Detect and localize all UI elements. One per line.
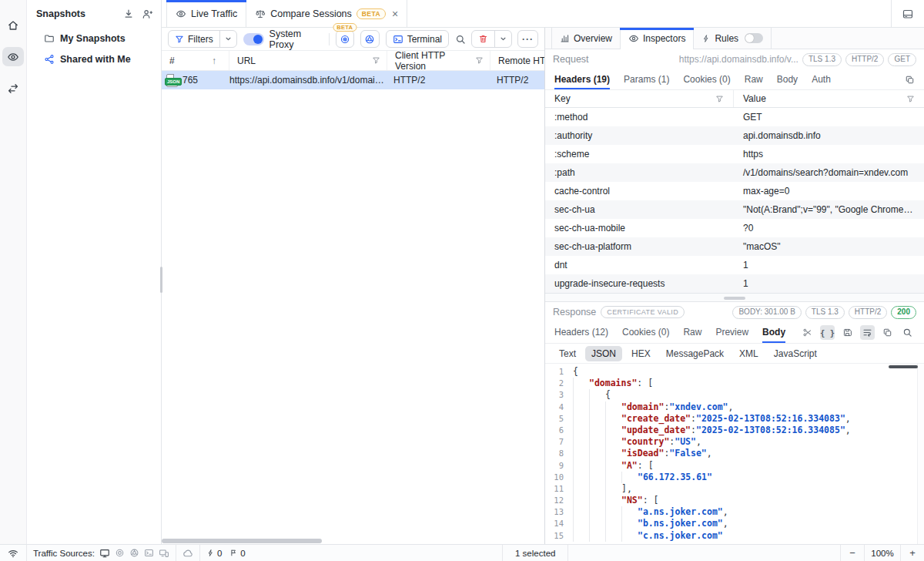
more-icon: ···: [522, 34, 534, 45]
download-icon[interactable]: [123, 8, 134, 20]
toggle-panel-button[interactable]: [891, 0, 924, 27]
folder-icon: [44, 33, 55, 44]
tab-body[interactable]: Body: [777, 69, 798, 89]
display-icon[interactable]: [99, 548, 110, 559]
column-header-remote-http[interactable]: Remote HTTP: [490, 51, 544, 70]
pane-resize-handle[interactable]: [160, 267, 162, 293]
zoom-out-button[interactable]: −: [841, 545, 864, 561]
header-value: 1: [734, 256, 924, 274]
tab-headers-12[interactable]: Headers (12): [554, 322, 608, 343]
tab-cookies-0[interactable]: Cookies (0): [683, 69, 730, 89]
header-row-upgrade-insecure-requests[interactable]: upgrade-insecure-requests1: [545, 274, 924, 293]
cloud-button[interactable]: [176, 545, 199, 561]
target-icon[interactable]: [115, 548, 125, 558]
tab-body[interactable]: Body: [762, 322, 785, 343]
blocked-count[interactable]: 0: [200, 545, 228, 561]
browser-button[interactable]: [360, 30, 380, 48]
sidebar-item-my-snapshots[interactable]: My Snapshots: [27, 28, 161, 49]
column-header-client-http[interactable]: Client HTTP Version: [387, 51, 490, 70]
clear-dropdown[interactable]: [494, 31, 511, 47]
filters-dropdown[interactable]: [219, 31, 236, 47]
header-row-dnt[interactable]: dnt1: [545, 256, 924, 274]
tab-messagepack[interactable]: MessagePack: [660, 346, 730, 361]
header-row-sec-ch-ua-mobile[interactable]: sec-ch-ua-mobile?0: [545, 219, 924, 237]
header-row-cache-control[interactable]: cache-controlmax-age=0: [545, 182, 924, 200]
copy-icon[interactable]: [905, 75, 915, 85]
drag-handle[interactable]: [724, 297, 745, 300]
header-row-method[interactable]: :methodGET: [545, 108, 924, 126]
wrap-text-icon[interactable]: [860, 325, 875, 340]
json-body-viewer[interactable]: 1{2"domains": [3{4"domain": "xndev.com",…: [545, 364, 924, 544]
more-options-button[interactable]: ···: [517, 30, 538, 48]
scissors-icon[interactable]: [800, 325, 815, 340]
vertical-scrollbar[interactable]: [917, 364, 924, 544]
traffic-sources-label: Traffic Sources:: [33, 549, 95, 558]
tab-raw[interactable]: Raw: [745, 69, 763, 89]
scrollbar-thumb[interactable]: [889, 365, 918, 368]
header-row-authority[interactable]: :authorityapi.domainsdb.info: [545, 126, 924, 145]
tab-cookies-0[interactable]: Cookies (0): [622, 322, 669, 343]
column-header-url[interactable]: URL: [229, 51, 387, 70]
globe-icon[interactable]: [129, 548, 139, 558]
record-target-button[interactable]: BETA: [336, 30, 355, 48]
funnel-icon[interactable]: [475, 56, 484, 65]
scrollbar-thumb[interactable]: [162, 539, 322, 543]
tab-inspectors[interactable]: Inspectors: [621, 28, 694, 49]
terminal-icon[interactable]: [144, 548, 154, 558]
system-proxy-toggle[interactable]: [243, 33, 264, 45]
save-icon[interactable]: [840, 325, 855, 340]
close-icon[interactable]: ×: [392, 8, 398, 20]
home-button[interactable]: [2, 15, 24, 35]
inspect-button[interactable]: [2, 47, 24, 66]
tab-headers-19[interactable]: Headers (19): [554, 69, 610, 89]
search-icon[interactable]: [455, 34, 466, 45]
search-icon[interactable]: [900, 325, 915, 340]
clear-button[interactable]: [471, 30, 512, 48]
filters-button[interactable]: Filters: [168, 30, 237, 48]
zoom-in-button[interactable]: +: [901, 545, 924, 561]
copy-icon[interactable]: [880, 325, 895, 340]
braces-icon[interactable]: { }: [820, 325, 835, 340]
table-row-selected[interactable]: JSON 765 https://api.domainsdb.info/v1/d…: [162, 71, 544, 89]
header-row-sec-ch-ua[interactable]: sec-ch-ua"Not(A:Brand";v="99", "Google C…: [545, 200, 924, 219]
header-row-scheme[interactable]: :schemehttps: [545, 145, 924, 163]
tab-javascript[interactable]: JavaScript: [768, 346, 823, 361]
traffic-list-empty-area: [162, 89, 544, 544]
tab-json[interactable]: JSON: [585, 346, 622, 361]
terminal-button[interactable]: Terminal: [386, 30, 449, 48]
tab-compare-sessions[interactable]: Compare Sessions BETA ×: [246, 0, 407, 27]
funnel-icon[interactable]: [372, 56, 380, 65]
tab-hex[interactable]: HEX: [625, 346, 657, 361]
header-key: sec-ch-ua-mobile: [545, 219, 734, 237]
header-row-sec-ch-ua-platform[interactable]: sec-ch-ua-platform"macOS": [545, 237, 924, 256]
tab-text[interactable]: Text: [553, 346, 582, 361]
sidebar-item-shared-with-me[interactable]: Shared with Me: [27, 49, 161, 69]
tab-params-1[interactable]: Params (1): [624, 69, 669, 89]
tab-overview[interactable]: Overview: [551, 28, 621, 49]
rules-toggle[interactable]: [745, 33, 763, 43]
swap-button[interactable]: [2, 79, 24, 98]
tab-rules[interactable]: Rules: [694, 28, 772, 49]
traffic-toolbar: Filters System Proxy BETA: [162, 28, 544, 51]
tab-live-traffic[interactable]: Live Traffic: [166, 0, 246, 27]
funnel-icon[interactable]: [715, 95, 724, 103]
value-column-header[interactable]: Value: [734, 90, 924, 107]
tab-auth[interactable]: Auth: [812, 69, 831, 89]
inspector-tab-bar: Overview Inspectors Rules: [545, 28, 924, 49]
lightning-icon: [206, 549, 215, 557]
column-header-id[interactable]: # ↑: [162, 51, 229, 70]
horizontal-scrollbar[interactable]: [162, 538, 544, 544]
header-key: :path: [545, 163, 734, 182]
person-add-icon[interactable]: [142, 8, 153, 20]
tab-preview[interactable]: Preview: [715, 322, 748, 343]
tab-raw[interactable]: Raw: [683, 322, 701, 343]
beta-badge: BETA: [333, 23, 357, 32]
flagged-count[interactable]: 0: [228, 545, 251, 561]
wifi-button[interactable]: [0, 545, 26, 561]
funnel-icon[interactable]: [906, 95, 915, 103]
key-column-header[interactable]: Key: [545, 90, 734, 107]
system-proxy-control[interactable]: System Proxy: [243, 29, 323, 50]
header-row-path[interactable]: :path/v1/domains/search?domain=xndev.com: [545, 163, 924, 182]
tab-xml[interactable]: XML: [733, 346, 765, 361]
devices-icon[interactable]: [159, 548, 169, 559]
